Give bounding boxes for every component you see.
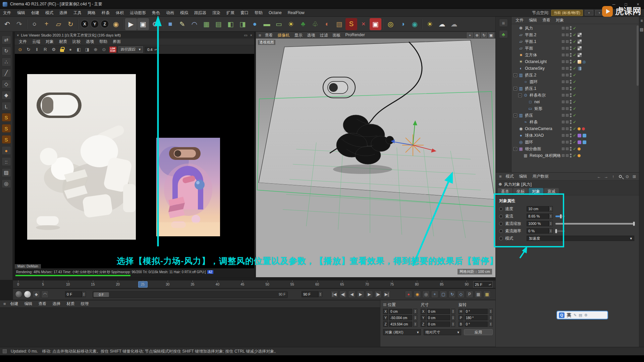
- history-icon[interactable]: ⊙: [625, 174, 630, 179]
- coord-value[interactable]: 0 cm: [389, 309, 412, 314]
- material-panel-menu-icon[interactable]: ≡: [2, 301, 7, 306]
- coord-value[interactable]: 0 cm: [427, 315, 450, 320]
- viewport-3d-scene[interactable]: [256, 39, 496, 278]
- menu-item-16[interactable]: 窗口: [237, 9, 252, 17]
- material-menu-2[interactable]: 查看: [36, 301, 50, 307]
- spline-primitive-icon[interactable]: ◠: [189, 18, 200, 30]
- visibility-dots-icon[interactable]: [570, 100, 572, 104]
- coord-value[interactable]: 0 °: [465, 321, 488, 327]
- editor-toggle-icon[interactable]: [562, 40, 565, 43]
- keyframe-selection-icon[interactable]: ◎: [422, 291, 430, 298]
- material-ball-icon[interactable]: ●: [67, 46, 74, 53]
- phong-tag-icon[interactable]: [578, 134, 581, 137]
- teal-ring-icon[interactable]: ◉: [409, 18, 421, 30]
- texture-tag-icon[interactable]: [578, 40, 582, 44]
- live-viewer-menu-7[interactable]: 界面: [110, 39, 123, 45]
- coord-stepper[interactable]: ▴▾: [451, 309, 455, 314]
- editor-toggle-icon[interactable]: [562, 60, 565, 63]
- kernel-dropdown[interactable]: 路径跟踪 ▾: [118, 46, 143, 53]
- octane-render-icon[interactable]: ▣: [370, 18, 381, 30]
- menu-item-18[interactable]: Octane: [266, 9, 285, 17]
- render-view-icon[interactable]: ▶: [125, 18, 137, 30]
- visibility-dots-icon[interactable]: [570, 120, 572, 124]
- tree-row[interactable]: ◐OctaneSky✓: [512, 65, 639, 72]
- enabled-check-icon[interactable]: ✓: [573, 86, 576, 90]
- ldr-badge[interactable]: LDR 8-bit: [109, 47, 116, 53]
- goto-end-button[interactable]: ▶|: [383, 291, 390, 298]
- enabled-check-icon[interactable]: ✓: [573, 33, 576, 37]
- tree-row[interactable]: □nei✓: [512, 99, 639, 105]
- convert-tool-icon[interactable]: ⇄: [2, 36, 11, 44]
- material-menu-4[interactable]: 材质: [64, 301, 78, 307]
- edge-grip-icon[interactable]: ≡: [639, 18, 644, 23]
- axis-mode-icon[interactable]: L: [2, 102, 11, 111]
- render-toggle-icon[interactable]: [566, 147, 569, 150]
- reset-psr-icon[interactable]: ↻: [2, 47, 11, 55]
- menu-item-11[interactable]: 动画: [163, 9, 177, 17]
- tree-row[interactable]: ▭矩形✓: [512, 105, 639, 112]
- slider-handle[interactable]: [633, 222, 635, 226]
- expander-icon[interactable]: −: [514, 87, 517, 90]
- timeline-range-slider[interactable]: 0 F 90 F: [93, 291, 288, 298]
- menu-item-2[interactable]: 创建: [28, 9, 42, 17]
- stage-object-icon[interactable]: ▭: [273, 18, 285, 30]
- param-dropdown[interactable]: 加速度▾: [527, 236, 634, 241]
- pick-material-icon[interactable]: ⊙: [101, 46, 107, 53]
- expander-icon[interactable]: −: [514, 73, 517, 77]
- layout-dropdown-1[interactable]: ▾: [585, 10, 593, 15]
- expander-icon[interactable]: −: [514, 147, 517, 151]
- render-toggle-icon[interactable]: [566, 40, 569, 43]
- visibility-dots-icon[interactable]: [570, 86, 572, 90]
- exposure-stepper[interactable]: ▴▾: [155, 48, 157, 51]
- render-toggle-icon[interactable]: [566, 134, 569, 137]
- record-button[interactable]: ●: [405, 291, 412, 298]
- key-interpolation-icon[interactable]: ◆: [33, 291, 40, 298]
- split-right-icon[interactable]: ◨: [84, 46, 91, 53]
- polygons-mode-icon[interactable]: ◇: [2, 80, 11, 88]
- ime-wrench-icon[interactable]: ⚙: [584, 313, 588, 317]
- tree-row[interactable]: −⊙样条布尔✓: [512, 92, 639, 99]
- coord-value[interactable]: 0 °: [465, 309, 488, 314]
- render-toggle-icon[interactable]: [566, 121, 569, 123]
- visibility-dots-icon[interactable]: [570, 93, 572, 97]
- light-object-icon[interactable]: ☀: [285, 18, 297, 30]
- ease-curve-icon[interactable]: ◠: [41, 291, 49, 298]
- render-picture-viewer-icon[interactable]: ▣: [137, 18, 149, 30]
- menu-item-5[interactable]: 工具: [70, 9, 85, 17]
- visibility-dots-icon[interactable]: [570, 140, 572, 144]
- rotate-tool-icon[interactable]: ↻: [65, 18, 76, 30]
- param-radio-icon[interactable]: [499, 215, 503, 218]
- render-toggle-icon[interactable]: [566, 34, 569, 36]
- object-manager-menu-2[interactable]: 查看: [540, 17, 553, 23]
- coord-mode-dropdown[interactable]: 对象 (相对) ▾: [383, 329, 421, 335]
- plant-icon[interactable]: ♣: [499, 30, 508, 38]
- environment-tree-icon[interactable]: ♣: [297, 18, 309, 30]
- param-value[interactable]: 0 %: [527, 228, 549, 234]
- render-toggle-icon[interactable]: [566, 141, 569, 143]
- exposure-field[interactable]: 0.4 ▴▾: [145, 47, 159, 52]
- menu-item-14[interactable]: 渲染: [209, 9, 223, 17]
- symmetry-generator-icon[interactable]: ◨: [237, 18, 249, 30]
- edge-panel-icon[interactable]: ▤: [639, 27, 644, 32]
- menu-item-17[interactable]: 帮助: [252, 9, 266, 17]
- viewport-menu-icon[interactable]: ≡: [257, 33, 263, 38]
- move-tool-icon[interactable]: +: [41, 18, 52, 30]
- visibility-dots-icon[interactable]: [570, 73, 572, 77]
- pan-view-icon[interactable]: +: [467, 33, 473, 38]
- rotate-view-icon[interactable]: ↻: [481, 33, 487, 38]
- param-slider[interactable]: [555, 223, 634, 225]
- enabled-check-icon[interactable]: ✓: [573, 66, 576, 70]
- coord-value[interactable]: 0 cm: [427, 309, 450, 314]
- enabled-check-icon[interactable]: ✓: [573, 107, 576, 111]
- current-frame-stepper[interactable]: ▴▾: [489, 283, 491, 286]
- visibility-dots-icon[interactable]: [570, 80, 572, 84]
- goto-start-button[interactable]: |◀: [331, 291, 338, 298]
- start-frame-stepper[interactable]: ▴ ▾: [82, 292, 86, 297]
- menu-item-1[interactable]: 编辑: [14, 9, 28, 17]
- render-toggle-icon[interactable]: [566, 47, 569, 50]
- node-space-dropdown[interactable]: 当前 (标准/物理): [551, 10, 583, 16]
- tree-row[interactable]: −▥挤压✓: [512, 112, 639, 119]
- coord-stepper[interactable]: ▴▾: [413, 309, 417, 314]
- ime-pen-icon[interactable]: ✎: [574, 313, 577, 317]
- perspective-viewport[interactable]: ≡ 查看摄像机显示选项过滤面板ProRender +⊕↻▣ 透视视图: [256, 32, 496, 278]
